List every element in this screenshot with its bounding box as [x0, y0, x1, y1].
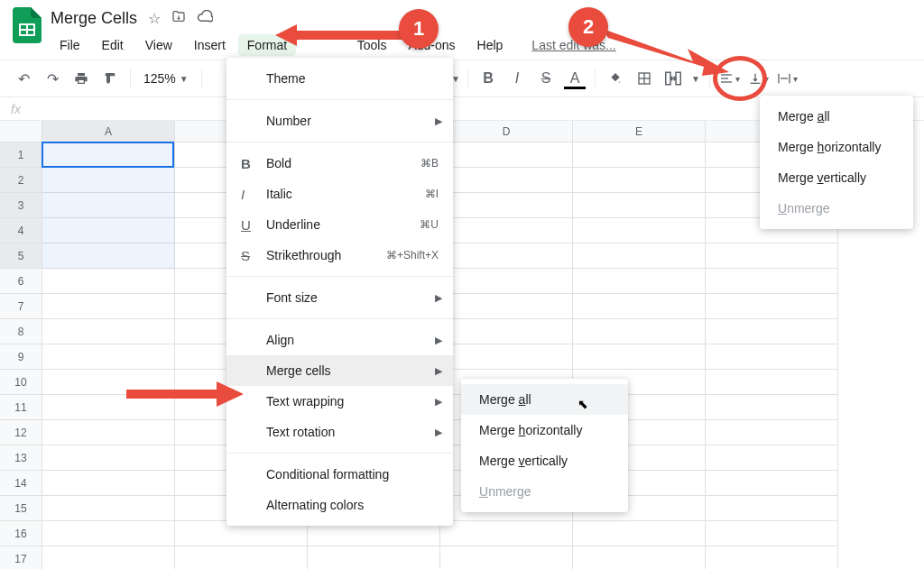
toolbar-merge-vertical[interactable]: Merge vertically	[760, 162, 913, 193]
paint-format-icon[interactable]	[97, 66, 123, 91]
cell[interactable]	[706, 370, 838, 395]
col-header[interactable]: E	[573, 121, 706, 142]
bold-icon[interactable]: B	[476, 66, 501, 91]
cell[interactable]	[573, 142, 706, 168]
row-header[interactable]: 9	[0, 344, 42, 370]
row-header[interactable]: 13	[0, 445, 42, 471]
cell[interactable]	[42, 193, 175, 218]
row-header[interactable]: 6	[0, 269, 42, 294]
cloud-icon[interactable]	[197, 10, 213, 26]
cell[interactable]	[440, 521, 573, 546]
sheets-logo[interactable]	[9, 7, 45, 43]
cell[interactable]	[440, 168, 573, 193]
zoom-select[interactable]: 125%▼	[138, 71, 194, 86]
cell[interactable]	[42, 269, 175, 294]
cell[interactable]	[440, 243, 573, 269]
submenu-merge-vertical[interactable]: Merge vertically	[461, 445, 628, 476]
menu-text-rotation[interactable]: Text rotation▶	[226, 417, 453, 447]
cell[interactable]	[440, 546, 573, 569]
row-header[interactable]: 16	[0, 521, 42, 546]
cell[interactable]	[42, 471, 175, 496]
menu-view[interactable]: View	[136, 34, 181, 56]
submenu-merge-all[interactable]: Merge all	[461, 384, 628, 415]
cell[interactable]	[706, 294, 838, 319]
row-header[interactable]: 8	[0, 319, 42, 344]
row-header[interactable]: 11	[0, 395, 42, 420]
cell[interactable]	[440, 294, 573, 319]
col-header[interactable]: A	[42, 121, 175, 142]
italic-icon[interactable]: I	[504, 66, 530, 91]
menu-fontsize[interactable]: Font size▶	[226, 282, 453, 313]
cell[interactable]	[706, 319, 838, 344]
cell[interactable]	[573, 243, 706, 269]
cell[interactable]	[42, 445, 175, 471]
text-wrap-icon[interactable]: ▾	[775, 66, 800, 91]
menu-align[interactable]: Align▶	[226, 325, 453, 355]
menu-italic[interactable]: IItalic⌘I	[226, 179, 453, 209]
cell[interactable]	[573, 294, 706, 319]
cell[interactable]	[573, 319, 706, 344]
row-header[interactable]: 17	[0, 546, 42, 569]
text-color-icon[interactable]: A	[562, 66, 587, 91]
cell[interactable]	[706, 243, 838, 269]
select-all-corner[interactable]	[0, 121, 42, 142]
row-header[interactable]: 2	[0, 168, 42, 193]
menu-merge-cells[interactable]: Merge cells▶	[226, 355, 453, 386]
cell[interactable]	[706, 546, 838, 569]
menu-edit[interactable]: Edit	[93, 34, 133, 56]
cell[interactable]	[175, 546, 308, 569]
cell[interactable]	[573, 218, 706, 243]
menu-underline[interactable]: UUnderline⌘U	[226, 209, 453, 240]
menu-text-wrapping[interactable]: Text wrapping▶	[226, 386, 453, 417]
row-header[interactable]: 10	[0, 370, 42, 395]
star-icon[interactable]: ☆	[148, 10, 161, 27]
cell[interactable]	[440, 142, 573, 168]
cell[interactable]	[42, 142, 175, 168]
menu-help[interactable]: Help	[468, 34, 513, 56]
toolbar-merge-all[interactable]: Merge all	[760, 101, 913, 132]
row-header[interactable]: 12	[0, 420, 42, 445]
cell[interactable]	[573, 168, 706, 193]
row-header[interactable]: 1	[0, 142, 42, 168]
cell[interactable]	[573, 521, 706, 546]
cell[interactable]	[573, 269, 706, 294]
print-icon[interactable]	[69, 66, 94, 91]
cell[interactable]	[42, 294, 175, 319]
cell[interactable]	[42, 521, 175, 546]
cell[interactable]	[706, 395, 838, 420]
cell[interactable]	[42, 243, 175, 269]
row-header[interactable]: 5	[0, 243, 42, 269]
cell[interactable]	[42, 319, 175, 344]
cell[interactable]	[440, 319, 573, 344]
cell[interactable]	[706, 496, 838, 521]
row-header[interactable]: 14	[0, 471, 42, 496]
menu-strike[interactable]: SStrikethrough⌘+Shift+X	[226, 240, 453, 271]
submenu-merge-horizontal[interactable]: Merge horizontally	[461, 415, 628, 445]
menu-number[interactable]: Number▶	[226, 106, 453, 136]
cell[interactable]	[42, 168, 175, 193]
undo-icon[interactable]: ↶	[11, 66, 36, 91]
cell[interactable]	[42, 546, 175, 569]
cell[interactable]	[440, 218, 573, 243]
row-header[interactable]: 4	[0, 218, 42, 243]
cell[interactable]	[706, 420, 838, 445]
cell[interactable]	[706, 445, 838, 471]
cell[interactable]	[440, 344, 573, 370]
cell[interactable]	[706, 269, 838, 294]
cell[interactable]	[42, 496, 175, 521]
cell[interactable]	[706, 471, 838, 496]
cell[interactable]	[706, 521, 838, 546]
menu-alternating-colors[interactable]: Alternating colors	[226, 490, 453, 520]
document-title[interactable]: Merge Cells	[51, 9, 137, 28]
move-icon[interactable]	[171, 9, 186, 27]
cell[interactable]	[573, 193, 706, 218]
row-header[interactable]: 15	[0, 496, 42, 521]
cell[interactable]	[706, 344, 838, 370]
cell[interactable]	[440, 193, 573, 218]
row-header[interactable]: 7	[0, 294, 42, 319]
toolbar-merge-horizontal[interactable]: Merge horizontally	[760, 132, 913, 162]
strike-icon[interactable]: S	[533, 66, 559, 91]
cell[interactable]	[440, 269, 573, 294]
cell[interactable]	[42, 218, 175, 243]
cell[interactable]	[42, 344, 175, 370]
